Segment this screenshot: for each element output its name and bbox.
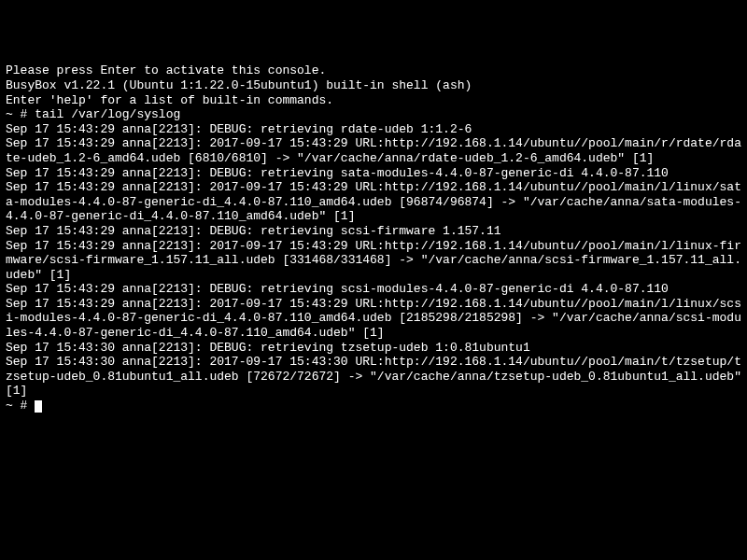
syslog-line: Sep 17 15:43:29 anna[2213]: DEBUG: retri… xyxy=(6,224,741,239)
console-message: Please press Enter to activate this cons… xyxy=(6,63,741,78)
syslog-line: Sep 17 15:43:30 anna[2213]: 2017-09-17 1… xyxy=(6,355,741,399)
terminal-console[interactable]: Please press Enter to activate this cons… xyxy=(6,63,741,560)
syslog-line: Sep 17 15:43:29 anna[2213]: 2017-09-17 1… xyxy=(6,136,741,165)
syslog-line: Sep 17 15:43:29 anna[2213]: 2017-09-17 1… xyxy=(6,297,741,341)
syslog-line: Sep 17 15:43:29 anna[2213]: DEBUG: retri… xyxy=(6,282,741,297)
prompt-line[interactable]: ~ # xyxy=(6,399,741,413)
syslog-line: Sep 17 15:43:29 anna[2213]: 2017-09-17 1… xyxy=(6,180,741,224)
busybox-version: BusyBox v1.22.1 (Ubuntu 1:1.22.0-15ubunt… xyxy=(6,78,741,93)
help-hint: Enter 'help' for a list of built-in comm… xyxy=(6,93,741,108)
syslog-line: Sep 17 15:43:30 anna[2213]: DEBUG: retri… xyxy=(6,341,741,356)
syslog-line: Sep 17 15:43:29 anna[2213]: DEBUG: retri… xyxy=(6,122,741,137)
command-line: ~ # tail /var/log/syslog xyxy=(6,107,741,122)
cursor-icon xyxy=(35,400,42,413)
prompt-text: ~ # xyxy=(6,399,35,413)
syslog-line: Sep 17 15:43:29 anna[2213]: DEBUG: retri… xyxy=(6,166,741,181)
syslog-line: Sep 17 15:43:29 anna[2213]: 2017-09-17 1… xyxy=(6,239,741,283)
